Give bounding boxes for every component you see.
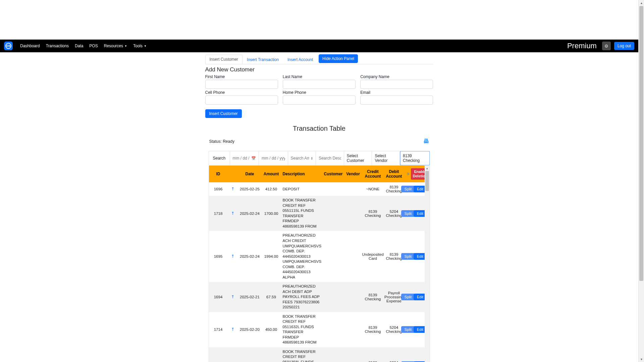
th-amount[interactable]: Amount	[262, 166, 281, 182]
calendar-icon: 📅	[251, 156, 256, 161]
cell-vendor	[344, 327, 362, 332]
table-row: 1694⤒2025-02-2167.59PREAUTHORIZED ACH DE…	[209, 282, 430, 312]
tab-insert-account[interactable]: Insert Account	[283, 55, 317, 64]
action-panel: Insert Customer Insert Transaction Inser…	[205, 52, 433, 132]
cell-credit-account: Undeposited Card	[362, 250, 384, 263]
label-first-name: First Name	[205, 74, 278, 79]
print-button[interactable]: 🖶	[423, 138, 429, 145]
cell-date: 2025-02-25	[238, 184, 262, 194]
th-credit-account[interactable]: Credit Account	[362, 166, 384, 182]
cell-upload[interactable]: ⤒	[228, 184, 238, 194]
nav-data[interactable]: Data	[72, 42, 86, 50]
last-name-input[interactable]	[283, 80, 356, 89]
cell-upload[interactable]: ⤒	[228, 208, 238, 219]
scroll-thumb[interactable]	[639, 6, 643, 281]
grid-scroll-up-icon[interactable]: ▴	[425, 166, 430, 171]
cell-credit-account: ~NONE	[362, 184, 384, 194]
search-description[interactable]	[316, 151, 344, 165]
th-date[interactable]: Date	[238, 166, 262, 182]
table-row: 1714⤒2025-02-20450.00BOOK TRANSFER CREDI…	[209, 312, 430, 347]
cell-phone-input[interactable]	[205, 96, 278, 105]
cell-vendor	[344, 254, 362, 259]
tab-insert-customer[interactable]: Insert Customer	[205, 55, 243, 64]
cell-vendor	[344, 211, 362, 216]
table-row: 1711⤒2025-02-19200.00BOOK TRANSFER CREDI…	[209, 347, 430, 362]
search-label: Search	[209, 151, 230, 165]
upload-icon: ⤒	[231, 211, 234, 216]
cell-date: 2025-02-24	[238, 252, 262, 261]
cell-description: BOOK TRANSFER CREDIT REF 0551115L FUNDS …	[281, 196, 322, 231]
nav-pos[interactable]: POS	[87, 42, 100, 50]
logout-button[interactable]: Log out	[614, 42, 634, 50]
cell-split: Split	[404, 183, 412, 195]
search-date-to[interactable]	[259, 151, 288, 165]
th-id[interactable]: ID	[209, 166, 228, 182]
first-name-input[interactable]	[205, 80, 278, 89]
cell-amount: 200.00	[262, 360, 281, 362]
home-phone-input[interactable]	[283, 96, 356, 105]
cell-customer	[322, 294, 344, 300]
cell-credit-account: 8139 Checking	[362, 323, 384, 336]
table-row: 1696⤒2025-02-25412.50DEPOSIT~NONE8139 Ch…	[209, 182, 430, 196]
search-account-select[interactable]: 8139 Checking	[400, 151, 429, 165]
settings-button[interactable]: ⚙	[602, 42, 611, 50]
cell-description: BOOK TRANSFER CREDIT REF 0501358L FUNDS …	[281, 347, 322, 362]
label-email: Email	[360, 90, 433, 95]
grid-scrollbar[interactable]: ▴ ▾	[425, 166, 430, 362]
premium-label: Premium	[567, 42, 597, 50]
scroll-up-icon[interactable]: ▴	[639, 0, 644, 6]
cell-credit-account: 8139 Checking	[362, 290, 384, 304]
cell-description: PREAUTHORIZED ACH CREDIT UMPQUAMERCHSVS …	[281, 231, 322, 282]
cell-description: BOOK TRANSFER CREDIT REF 0511632L FUNDS …	[281, 312, 322, 347]
cell-date: 2025-02-19	[238, 360, 262, 362]
grid-scroll-thumb[interactable]	[425, 171, 429, 191]
transaction-table-title: Transaction Table	[205, 125, 433, 132]
search-date-from[interactable]: 📅	[230, 151, 259, 165]
nav-links: Dashboard Transactions Data POS Resource…	[17, 42, 149, 50]
app-logo[interactable]: OS	[4, 42, 13, 50]
status-text: Status: Ready	[209, 139, 234, 144]
tab-insert-transaction[interactable]: Insert Transaction	[243, 55, 283, 64]
th-vendor[interactable]: Vendor	[344, 166, 362, 182]
th-upload	[228, 166, 238, 182]
cell-upload[interactable]: ⤒	[228, 360, 238, 362]
amount-stepper[interactable]: ▲▼	[311, 157, 313, 160]
cell-customer	[322, 327, 344, 332]
upload-icon: ⤒	[231, 254, 234, 259]
table-header-row: ID Date Amount Description Customer Vend…	[209, 166, 430, 182]
label-home-phone: Home Phone	[283, 90, 356, 95]
cell-amount: 1700.00	[262, 209, 281, 218]
cell-id: 1718	[209, 209, 228, 218]
transaction-grid: ID Date Amount Description Customer Vend…	[209, 166, 430, 362]
cell-upload[interactable]: ⤒	[228, 324, 238, 335]
email-input[interactable]	[360, 96, 433, 105]
hide-action-panel-button[interactable]: Hide Action Panel	[319, 54, 358, 63]
th-debit-account[interactable]: Debit Account	[384, 166, 404, 182]
nav-tools[interactable]: Tools▼	[130, 42, 149, 50]
th-description[interactable]: Description	[281, 166, 322, 182]
cell-description: DEPOSIT	[281, 185, 322, 194]
th-customer[interactable]: Customer	[322, 166, 344, 182]
chevron-down-icon: ▼	[124, 45, 127, 48]
label-company: Company Name	[360, 74, 433, 79]
cell-customer	[322, 186, 344, 192]
chevron-down-icon: ▼	[144, 45, 147, 48]
nav-transactions[interactable]: Transactions	[43, 42, 71, 50]
cell-split: Split	[404, 207, 412, 220]
nav-resources[interactable]: Resources▼	[101, 42, 130, 50]
search-amount[interactable]: ▲▼	[288, 151, 316, 165]
company-input[interactable]	[360, 80, 433, 89]
navbar: OS Dashboard Transactions Data POS Resou…	[0, 40, 638, 52]
cell-description: PREAUTHORIZED ACH DEBIT ADP PAYROLL FEES…	[281, 282, 322, 312]
cell-date: 2025-02-24	[238, 209, 262, 218]
insert-customer-button[interactable]: Insert Customer	[205, 109, 242, 118]
search-customer-select[interactable]: Select Customer	[344, 151, 372, 165]
search-vendor-select[interactable]: Select Vendor	[372, 151, 400, 165]
page-scrollbar[interactable]: ▴ ▾	[638, 0, 644, 362]
nav-dashboard[interactable]: Dashboard	[17, 42, 43, 50]
cell-debit-account: 5204 Checking	[384, 358, 404, 362]
scroll-down-icon[interactable]: ▾	[639, 356, 644, 362]
cell-upload[interactable]: ⤒	[228, 292, 238, 302]
cell-vendor	[344, 186, 362, 192]
cell-upload[interactable]: ⤒	[228, 251, 238, 261]
